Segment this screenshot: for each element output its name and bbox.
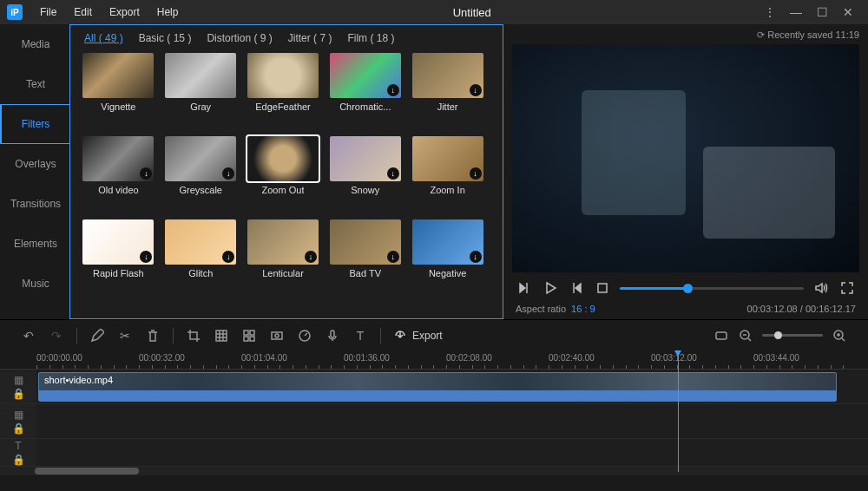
- filter-item[interactable]: Vignette: [81, 53, 156, 129]
- speed-icon[interactable]: [297, 328, 312, 344]
- track-head-text[interactable]: T🔒: [0, 439, 36, 466]
- lock-icon[interactable]: 🔒: [12, 388, 25, 400]
- filter-item[interactable]: Gray: [163, 53, 239, 129]
- download-icon[interactable]: ↓: [470, 167, 482, 180]
- menu-file[interactable]: File: [31, 6, 65, 18]
- sidebar-tab-overlays[interactable]: Overlays: [0, 144, 69, 184]
- cut-icon[interactable]: ✂: [117, 328, 133, 344]
- filter-item[interactable]: ↓Greyscale: [163, 136, 239, 213]
- download-icon[interactable]: ↓: [305, 251, 317, 263]
- filter-item[interactable]: Zoom Out: [246, 136, 321, 213]
- filter-label: Zoom Out: [262, 185, 305, 195]
- next-frame-icon[interactable]: [568, 279, 585, 297]
- crop-icon[interactable]: [186, 328, 201, 344]
- svg-point-7: [275, 334, 279, 337]
- filter-panel: All ( 49 )Basic ( 15 )Distortion ( 9 )Ji…: [69, 24, 503, 319]
- filter-item[interactable]: ↓Jitter: [410, 53, 485, 129]
- filter-item[interactable]: ↓Chromatic...: [327, 53, 403, 129]
- filter-label: Glitch: [188, 268, 213, 278]
- video-clip[interactable]: short•video.mp4: [38, 372, 837, 402]
- track-head-overlay[interactable]: ▦🔒: [0, 404, 36, 438]
- play-icon[interactable]: [542, 279, 559, 297]
- menu-edit[interactable]: Edit: [65, 6, 101, 18]
- video-preview[interactable]: [512, 44, 859, 272]
- export-button[interactable]: Export: [393, 329, 443, 343]
- zoom-out-icon[interactable]: [738, 328, 753, 344]
- sidebar-tab-text[interactable]: Text: [0, 64, 69, 104]
- track-head-video[interactable]: ▦🔒: [0, 370, 36, 403]
- titlebar: iP File Edit Export Help Untitled ⋮ — ☐ …: [0, 0, 868, 24]
- minimize-icon[interactable]: —: [783, 3, 809, 21]
- svg-rect-5: [250, 337, 254, 341]
- download-icon[interactable]: ↓: [222, 167, 234, 180]
- mic-icon[interactable]: [325, 328, 340, 344]
- close-icon[interactable]: ✕: [835, 3, 861, 21]
- zoom-in-icon[interactable]: [832, 328, 847, 344]
- more-icon[interactable]: ⋮: [757, 3, 783, 21]
- download-icon[interactable]: ↓: [387, 167, 399, 180]
- filter-category[interactable]: Jitter ( 7 ): [288, 32, 332, 44]
- filter-item[interactable]: ↓Bad TV: [327, 219, 403, 296]
- svg-rect-3: [250, 331, 254, 335]
- svg-rect-6: [272, 332, 282, 339]
- edit-icon[interactable]: [89, 328, 105, 344]
- fit-icon[interactable]: [713, 328, 729, 344]
- filter-item[interactable]: ↓Zoom In: [410, 136, 485, 213]
- overlay-track: ▦🔒: [0, 404, 868, 439]
- menu-help[interactable]: Help: [148, 6, 187, 18]
- filter-item[interactable]: ↓Negative: [410, 219, 485, 296]
- svg-rect-1: [216, 331, 227, 341]
- timeline-ruler[interactable]: 00:00:00.0000:00:32.0000:01:04.0000:01:3…: [0, 350, 868, 370]
- filter-item[interactable]: ↓Old video: [81, 136, 156, 213]
- filter-item[interactable]: EdgeFeather: [246, 53, 321, 129]
- filter-category[interactable]: Film ( 18 ): [347, 32, 394, 44]
- menu-export[interactable]: Export: [101, 6, 148, 18]
- seek-bar[interactable]: [620, 287, 804, 290]
- svg-rect-4: [244, 337, 248, 341]
- maximize-icon[interactable]: ☐: [809, 3, 835, 21]
- download-icon[interactable]: ↓: [387, 84, 399, 96]
- filter-item[interactable]: ↓Lenticular: [246, 219, 321, 296]
- sidebar-tab-elements[interactable]: Elements: [0, 224, 69, 264]
- record-icon[interactable]: [269, 328, 285, 344]
- download-icon[interactable]: ↓: [470, 251, 482, 263]
- filter-grid[interactable]: VignetteGrayEdgeFeather↓Chromatic...↓Jit…: [81, 53, 492, 296]
- text-track: T🔒: [0, 439, 868, 467]
- filter-label: EdgeFeather: [255, 101, 311, 112]
- grid-icon[interactable]: [241, 328, 257, 344]
- text-icon[interactable]: T: [352, 328, 368, 344]
- timeline-scrollbar[interactable]: [0, 467, 868, 475]
- sidebar-tab-filters[interactable]: Filters: [0, 104, 69, 144]
- filter-label: Rapid Flash: [93, 268, 144, 278]
- saved-status: ⟳ Recently saved 11:19: [512, 29, 859, 41]
- undo-icon[interactable]: ↶: [21, 328, 36, 344]
- track-body[interactable]: short•video.mp4: [36, 370, 868, 403]
- download-icon[interactable]: ↓: [140, 251, 152, 263]
- sidebar-tab-media[interactable]: Media: [0, 24, 69, 64]
- ruler-mark: 00:00:32.00: [139, 353, 185, 363]
- download-icon[interactable]: ↓: [140, 167, 152, 180]
- playhead[interactable]: [678, 350, 679, 472]
- video-track: ▦🔒 short•video.mp4: [0, 370, 868, 404]
- filter-item[interactable]: ↓Rapid Flash: [81, 219, 156, 296]
- filter-category[interactable]: All ( 49 ): [84, 32, 123, 44]
- prev-frame-icon[interactable]: [516, 279, 533, 297]
- redo-icon[interactable]: ↷: [49, 328, 64, 344]
- filter-item[interactable]: ↓Snowy: [327, 136, 403, 213]
- ruler-mark: 00:01:36.00: [344, 353, 390, 363]
- download-icon[interactable]: ↓: [470, 84, 482, 96]
- download-icon[interactable]: ↓: [387, 251, 399, 263]
- sidebar-tab-transitions[interactable]: Transitions: [0, 184, 69, 224]
- delete-icon[interactable]: [145, 328, 161, 344]
- filter-label: Old video: [98, 185, 138, 195]
- zoom-slider[interactable]: [762, 334, 823, 337]
- stop-icon[interactable]: [594, 279, 611, 297]
- fullscreen-icon[interactable]: [838, 279, 856, 297]
- sidebar-tab-music[interactable]: Music: [0, 264, 69, 304]
- mosaic-icon[interactable]: [214, 328, 229, 344]
- download-icon[interactable]: ↓: [222, 251, 234, 263]
- filter-item[interactable]: ↓Glitch: [163, 219, 239, 296]
- filter-category[interactable]: Basic ( 15 ): [139, 32, 192, 44]
- filter-category[interactable]: Distortion ( 9 ): [207, 32, 272, 44]
- volume-icon[interactable]: [812, 279, 830, 297]
